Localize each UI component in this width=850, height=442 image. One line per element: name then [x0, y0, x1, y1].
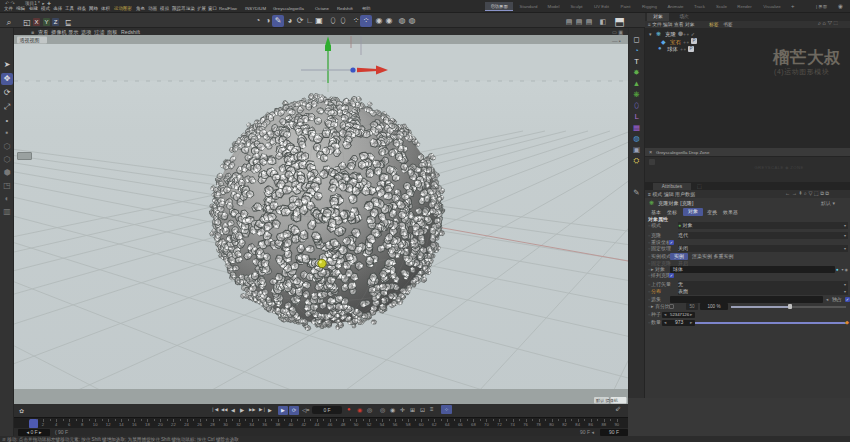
svg-text:默认 摄像机: 默认 摄像机 — [595, 398, 618, 403]
svg-text:透视视图: 透视视图 — [20, 37, 40, 44]
svg-text:— ▪: — ▪ — [612, 38, 621, 44]
